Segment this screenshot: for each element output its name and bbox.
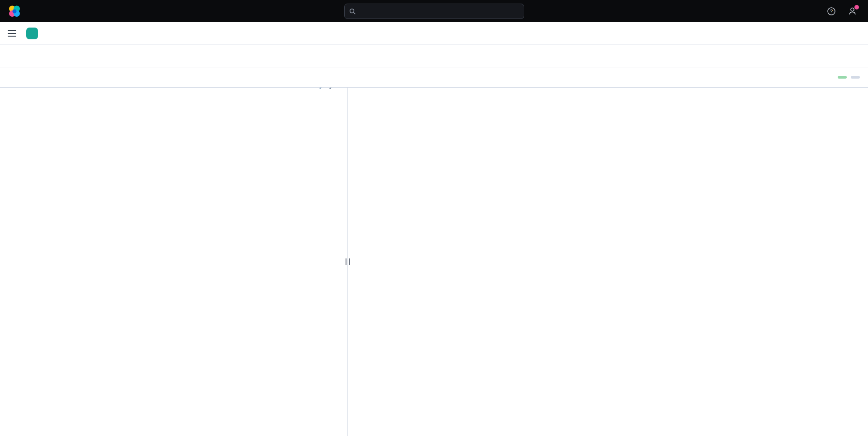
send-request-button[interactable] xyxy=(318,88,325,90)
tab-bar xyxy=(0,45,868,67)
menu-hamburger-icon[interactable] xyxy=(8,30,16,37)
notification-dot xyxy=(854,5,859,9)
console-status xyxy=(838,76,860,79)
response-viewer-pane[interactable] xyxy=(351,88,868,436)
wrench-icon[interactable] xyxy=(328,88,335,90)
elastic-logo-icon[interactable] xyxy=(8,5,21,18)
divider-grip-icon[interactable] xyxy=(346,258,350,265)
help-icon[interactable]: ? xyxy=(826,6,836,16)
kibana-app: ? xyxy=(0,0,868,436)
header-icons: ? xyxy=(826,6,860,16)
time-badge xyxy=(851,76,860,79)
breadcrumb-bar xyxy=(0,22,868,45)
console-menu xyxy=(0,67,868,88)
status-badge xyxy=(838,76,847,79)
request-editor-pane[interactable] xyxy=(0,88,344,436)
split-divider[interactable] xyxy=(344,88,351,436)
svg-text:?: ? xyxy=(830,9,833,14)
user-avatar-icon[interactable] xyxy=(847,6,857,16)
console-workspace xyxy=(0,88,868,436)
space-badge[interactable] xyxy=(26,28,38,39)
global-search[interactable] xyxy=(344,4,524,19)
search-icon xyxy=(349,8,356,15)
request-actions xyxy=(318,88,335,90)
search-input[interactable] xyxy=(360,7,524,15)
global-header: ? xyxy=(0,0,868,22)
